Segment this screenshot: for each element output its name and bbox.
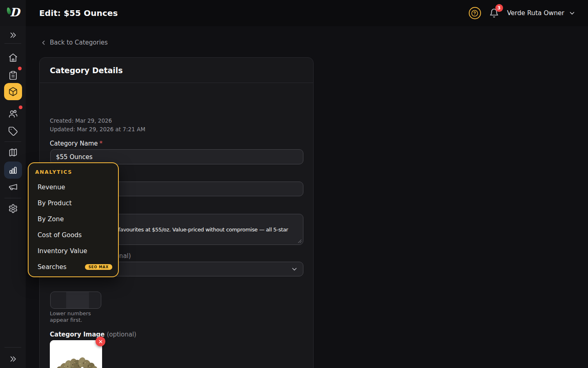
chevron-down-icon <box>291 265 298 273</box>
user-menu[interactable]: Verde Ruta Owner <box>507 9 576 17</box>
menu-item-inventory-value[interactable]: Inventory Value <box>38 246 112 256</box>
back-link-label: Back to Categories <box>50 39 108 46</box>
divider <box>4 43 21 44</box>
chevrons-right-icon <box>8 30 18 40</box>
cannabis-buds-image <box>50 340 102 368</box>
menu-item-cost-of-goods[interactable]: Cost of Goods <box>38 230 112 240</box>
chevrons-right-icon <box>8 354 18 364</box>
user-name: Verde Ruta Owner <box>507 9 564 17</box>
back-to-categories-link[interactable]: Back to Categories <box>40 39 108 46</box>
sidebar-collapse-button[interactable] <box>8 354 18 364</box>
chevron-down-icon <box>568 9 576 17</box>
sort-order-helper: Lower numbers appear first. <box>50 310 91 323</box>
question-circle-icon <box>471 9 479 17</box>
category-image-label: Category Image (optional) <box>50 331 136 338</box>
orders-alert-dot <box>18 67 22 70</box>
app-root: D Edit: $55 Ounces 3 Verde Ruta Owner <box>0 0 588 368</box>
card-title: Category Details <box>50 66 123 75</box>
sidebar-item-maps[interactable] <box>8 148 18 157</box>
notification-count-badge: 3 <box>495 4 503 12</box>
app-logo[interactable]: D <box>0 0 26 26</box>
chevron-left-icon <box>40 39 47 46</box>
sidebar-item-settings[interactable] <box>8 204 18 213</box>
bar-chart-icon <box>8 165 18 175</box>
seo-max-badge: SEO MAX <box>85 264 112 270</box>
sidebar-item-orders[interactable] <box>8 70 18 80</box>
sidebar-item-tags[interactable] <box>8 126 18 136</box>
customers-alert-dot <box>19 105 22 109</box>
required-asterisk: * <box>100 140 103 147</box>
close-icon <box>98 339 103 344</box>
clipboard-icon <box>8 70 18 80</box>
megaphone-icon <box>8 182 18 192</box>
menu-item-by-zone[interactable]: By Zone <box>38 214 112 224</box>
top-header: D Edit: $55 Ounces 3 Verde Ruta Owner <box>0 0 588 26</box>
notifications-button[interactable]: 3 <box>489 8 499 18</box>
menu-item-by-product[interactable]: By Product <box>38 198 112 208</box>
category-name-label: Category Name* <box>50 140 102 147</box>
optional-mark: (optional) <box>107 331 136 338</box>
sidebar-expand-button[interactable] <box>8 30 18 40</box>
category-image-thumbnail <box>50 340 102 368</box>
resize-grip-icon[interactable] <box>298 239 302 243</box>
gear-icon <box>8 204 18 213</box>
created-date: Created: Mar 29, 2026 <box>50 117 112 124</box>
category-name-value: $55 Ounces <box>56 153 93 161</box>
cube-icon <box>8 87 18 96</box>
divider <box>4 141 21 142</box>
divider <box>4 347 21 348</box>
sidebar-item-home[interactable] <box>8 53 18 63</box>
map-icon <box>8 148 18 157</box>
help-button[interactable] <box>469 7 481 19</box>
sidebar-item-marketing[interactable] <box>8 182 18 192</box>
remove-image-button[interactable] <box>96 337 105 346</box>
sidebar-item-customers[interactable] <box>8 109 18 119</box>
sort-order-input[interactable] <box>50 292 101 309</box>
tag-icon <box>8 126 18 136</box>
sidebar-nav <box>0 26 26 368</box>
page-title: Edit: $55 Ounces <box>39 8 118 18</box>
flyout-title: ANALYTICS <box>35 169 72 175</box>
divider <box>4 198 21 198</box>
logo-letter: D <box>10 6 20 19</box>
users-icon <box>8 109 18 119</box>
analytics-flyout-menu: ANALYTICS Revenue By Product By Zone Cos… <box>28 162 119 277</box>
sidebar-item-analytics[interactable] <box>4 162 22 179</box>
menu-item-searches[interactable]: Searches SEO MAX <box>38 262 112 272</box>
sort-order-value-area <box>66 292 89 308</box>
sidebar-item-products-active[interactable] <box>4 83 22 100</box>
home-icon <box>8 53 18 63</box>
updated-date: Updated: Mar 29, 2026 at 7:21 AM <box>50 126 145 132</box>
card-header: Category Details <box>40 58 313 83</box>
menu-item-revenue[interactable]: Revenue <box>38 182 112 192</box>
